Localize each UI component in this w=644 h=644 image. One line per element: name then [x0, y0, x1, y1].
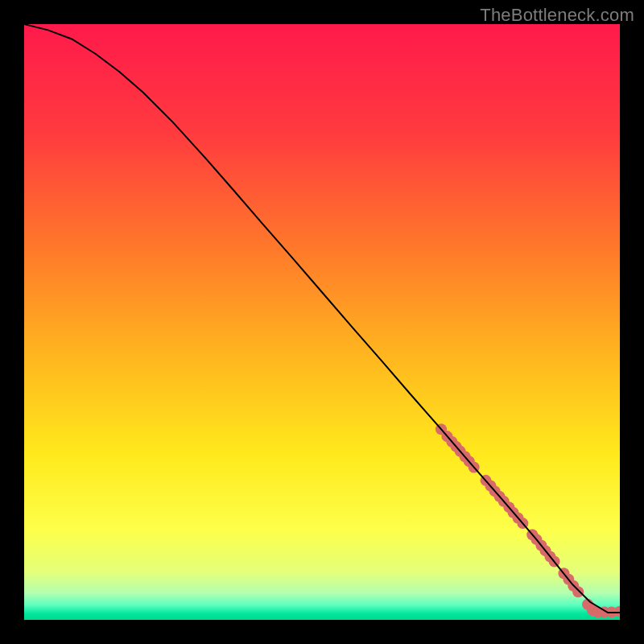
plot-area [24, 24, 620, 620]
scatter-markers [436, 423, 620, 617]
watermark-text: TheBottleneck.com [480, 5, 634, 26]
chart-overlay [24, 24, 620, 620]
scatter-point [572, 586, 584, 597]
chart-stage: TheBottleneck.com [0, 0, 644, 644]
bottleneck-curve [24, 24, 620, 613]
